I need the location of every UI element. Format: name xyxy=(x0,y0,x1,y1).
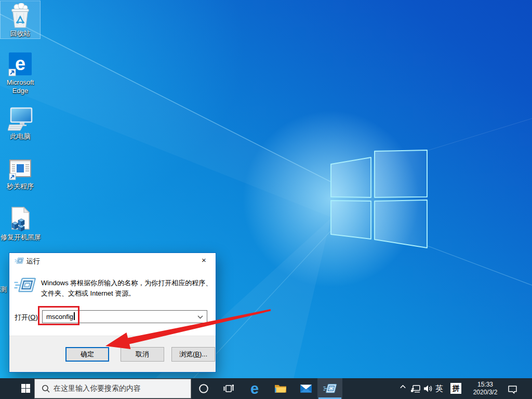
desktop-icon-label: 回收站 xyxy=(1,30,40,38)
tray-expand-button[interactable] xyxy=(400,378,406,399)
desktop-icon-label: Microsoft xyxy=(1,78,40,87)
chevron-up-icon xyxy=(400,385,406,389)
task-view-icon xyxy=(223,384,234,393)
ime-mode-indicator[interactable]: 拼 xyxy=(450,383,461,394)
desktop-icon-label: 此电脑 xyxy=(1,132,40,141)
edge-icon: e xyxy=(250,381,259,396)
svg-text:e: e xyxy=(15,53,25,74)
close-button[interactable]: × xyxy=(192,253,216,268)
taskbar-clock[interactable]: 15:33 2020/3/2 xyxy=(466,381,505,396)
edge-icon: e xyxy=(8,52,32,77)
dialog-description: Windows 将根据你所输入的名称，为你打开相应的程序、 文件夹、文档或 In… xyxy=(41,278,212,299)
volume-button[interactable] xyxy=(424,378,433,399)
run-icon xyxy=(15,257,24,264)
action-center-icon xyxy=(508,385,517,394)
chevron-down-icon[interactable] xyxy=(197,315,203,319)
desktop-icon-label: 修复开机黑屏 xyxy=(1,233,40,242)
ime-language-indicator[interactable]: 英 xyxy=(435,378,443,399)
open-combobox-input[interactable]: msconfig xyxy=(42,310,207,323)
taskbar-search-input[interactable]: 在这里输入你要搜索的内容 xyxy=(34,379,191,398)
search-placeholder: 在这里输入你要搜索的内容 xyxy=(54,384,141,393)
open-label: 打开(O): xyxy=(15,313,39,322)
taskbar-run-button-active[interactable] xyxy=(317,378,342,399)
file-explorer-icon xyxy=(274,383,287,394)
close-icon: × xyxy=(202,256,206,264)
run-dialog-titlebar[interactable]: 运行 × xyxy=(9,253,216,268)
desktop-icon-label: Edge xyxy=(1,87,40,95)
run-icon xyxy=(323,383,337,394)
this-pc-icon xyxy=(8,107,33,131)
network-icon xyxy=(411,385,420,393)
speaker-icon xyxy=(424,385,433,392)
desktop-icon-program[interactable]: 秒关程序 xyxy=(1,159,40,191)
desktop-icon-recycle-bin[interactable]: 回收站 xyxy=(1,1,40,38)
taskbar-mail-button[interactable] xyxy=(294,378,318,399)
desktop-icon-registry-file[interactable]: 修复开机黑屏 xyxy=(1,207,40,242)
action-center-button[interactable] xyxy=(508,378,517,399)
start-button[interactable] xyxy=(0,378,33,399)
taskbar-file-explorer-button[interactable] xyxy=(268,378,293,399)
cancel-button[interactable]: 取消 xyxy=(121,347,164,362)
task-view-button[interactable] xyxy=(216,378,241,399)
mail-icon xyxy=(300,384,312,393)
desktop: 回收站 e Microsoft Edge 此电脑 xyxy=(0,0,532,399)
clipped-desktop-icon-label: 测 xyxy=(0,285,9,294)
browse-button[interactable]: 浏览(B)... xyxy=(171,347,215,362)
ok-button[interactable]: 确定 xyxy=(65,347,109,362)
network-button[interactable] xyxy=(411,378,420,399)
cortana-button[interactable] xyxy=(191,378,216,399)
run-icon-large xyxy=(14,277,36,294)
recycle-bin-icon xyxy=(9,3,32,28)
clock-time: 15:33 xyxy=(466,381,505,389)
app-window-icon xyxy=(9,159,32,181)
dialog-title: 运行 xyxy=(26,257,40,266)
desktop-icon-this-pc[interactable]: 此电脑 xyxy=(1,107,40,141)
run-dialog-window: 运行 × Windows 将根据你所输入的名称，为你打开相应的程序、 文件夹、文… xyxy=(9,252,216,373)
text-caret xyxy=(74,312,75,320)
cortana-icon xyxy=(199,384,209,394)
dialog-footer: 确定 取消 浏览(B)... xyxy=(9,336,216,372)
desktop-icon-microsoft-edge[interactable]: e Microsoft Edge xyxy=(1,52,40,95)
clock-date: 2020/3/2 xyxy=(466,389,505,396)
search-icon xyxy=(42,384,50,393)
registry-file-icon xyxy=(10,207,31,232)
windows-start-icon xyxy=(21,384,30,393)
desktop-icon-label: 秒关程序 xyxy=(1,182,40,191)
open-input-value: msconfig xyxy=(46,313,73,321)
taskbar-edge-button[interactable]: e xyxy=(242,378,267,399)
taskbar: 在这里输入你要搜索的内容 e xyxy=(0,378,532,399)
